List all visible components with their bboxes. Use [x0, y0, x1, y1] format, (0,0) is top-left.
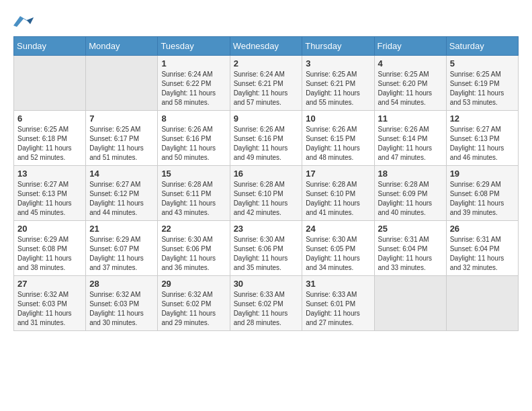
day-info: Sunrise: 6:33 AMSunset: 6:02 PMDaylight:…	[234, 290, 299, 328]
day-info: Sunrise: 6:24 AMSunset: 6:22 PMDaylight:…	[161, 70, 226, 107]
day-info: Sunrise: 6:25 AMSunset: 6:19 PMDaylight:…	[450, 70, 515, 107]
calendar-cell: 3Sunrise: 6:25 AMSunset: 6:21 PMDaylight…	[302, 56, 374, 111]
calendar-cell: 1Sunrise: 6:24 AMSunset: 6:22 PMDaylight…	[158, 56, 230, 111]
day-info: Sunrise: 6:28 AMSunset: 6:09 PMDaylight:…	[378, 180, 443, 218]
day-info: Sunrise: 6:28 AMSunset: 6:10 PMDaylight:…	[306, 180, 370, 218]
day-number: 14	[89, 169, 154, 179]
day-info: Sunrise: 6:26 AMSunset: 6:14 PMDaylight:…	[378, 125, 443, 163]
day-number: 5	[450, 58, 515, 68]
day-info: Sunrise: 6:28 AMSunset: 6:11 PMDaylight:…	[161, 180, 226, 218]
day-number: 9	[234, 113, 299, 124]
calendar-cell: 24Sunrise: 6:30 AMSunset: 6:05 PMDayligh…	[302, 221, 374, 276]
day-number: 3	[306, 58, 370, 68]
day-info: Sunrise: 6:28 AMSunset: 6:10 PMDaylight:…	[234, 180, 299, 218]
week-row-0: 1Sunrise: 6:24 AMSunset: 6:22 PMDaylight…	[14, 56, 519, 111]
day-info: Sunrise: 6:25 AMSunset: 6:21 PMDaylight:…	[306, 70, 370, 107]
logo-bird-icon	[13, 13, 34, 30]
week-row-1: 6Sunrise: 6:25 AMSunset: 6:18 PMDaylight…	[14, 111, 519, 166]
header-saturday: Saturday	[446, 37, 518, 56]
day-number: 1	[161, 58, 226, 68]
calendar-cell: 19Sunrise: 6:29 AMSunset: 6:08 PMDayligh…	[446, 166, 518, 221]
day-info: Sunrise: 6:33 AMSunset: 6:01 PMDaylight:…	[306, 290, 370, 328]
calendar-cell: 11Sunrise: 6:26 AMSunset: 6:14 PMDayligh…	[374, 111, 446, 166]
calendar-cell: 16Sunrise: 6:28 AMSunset: 6:10 PMDayligh…	[230, 166, 302, 221]
calendar-cell	[374, 276, 446, 331]
day-info: Sunrise: 6:30 AMSunset: 6:05 PMDaylight:…	[306, 235, 370, 273]
calendar-cell: 5Sunrise: 6:25 AMSunset: 6:19 PMDaylight…	[446, 56, 518, 111]
day-info: Sunrise: 6:24 AMSunset: 6:21 PMDaylight:…	[234, 70, 299, 107]
week-row-4: 27Sunrise: 6:32 AMSunset: 6:03 PMDayligh…	[14, 276, 519, 331]
calendar-cell: 28Sunrise: 6:32 AMSunset: 6:03 PMDayligh…	[86, 276, 158, 331]
header-row: SundayMondayTuesdayWednesdayThursdayFrid…	[14, 37, 519, 56]
day-info: Sunrise: 6:27 AMSunset: 6:13 PMDaylight:…	[450, 125, 515, 163]
calendar-cell: 18Sunrise: 6:28 AMSunset: 6:09 PMDayligh…	[374, 166, 446, 221]
calendar-cell: 31Sunrise: 6:33 AMSunset: 6:01 PMDayligh…	[302, 276, 374, 331]
week-row-2: 13Sunrise: 6:27 AMSunset: 6:13 PMDayligh…	[14, 166, 519, 221]
header-friday: Friday	[374, 37, 446, 56]
calendar-cell: 14Sunrise: 6:27 AMSunset: 6:12 PMDayligh…	[86, 166, 158, 221]
day-number: 22	[161, 224, 226, 234]
day-number: 18	[378, 169, 443, 179]
day-number: 27	[17, 279, 82, 289]
day-info: Sunrise: 6:32 AMSunset: 6:03 PMDaylight:…	[89, 290, 154, 328]
calendar-table: SundayMondayTuesdayWednesdayThursdayFrid…	[13, 36, 519, 331]
day-info: Sunrise: 6:30 AMSunset: 6:06 PMDaylight:…	[234, 235, 299, 273]
day-number: 24	[306, 224, 370, 234]
day-info: Sunrise: 6:31 AMSunset: 6:04 PMDaylight:…	[378, 235, 443, 273]
day-number: 30	[234, 279, 299, 289]
day-info: Sunrise: 6:30 AMSunset: 6:06 PMDaylight:…	[161, 235, 226, 273]
calendar-cell: 22Sunrise: 6:30 AMSunset: 6:06 PMDayligh…	[158, 221, 230, 276]
calendar-cell: 13Sunrise: 6:27 AMSunset: 6:13 PMDayligh…	[14, 166, 86, 221]
day-number: 26	[450, 224, 515, 234]
day-number: 12	[450, 113, 515, 124]
page-header	[13, 13, 519, 30]
day-info: Sunrise: 6:25 AMSunset: 6:20 PMDaylight:…	[378, 70, 443, 107]
calendar-cell	[14, 56, 86, 111]
day-info: Sunrise: 6:25 AMSunset: 6:18 PMDaylight:…	[17, 125, 82, 163]
calendar-cell	[86, 56, 158, 111]
day-info: Sunrise: 6:31 AMSunset: 6:04 PMDaylight:…	[450, 235, 515, 273]
day-info: Sunrise: 6:29 AMSunset: 6:08 PMDaylight:…	[17, 235, 82, 273]
calendar-cell: 8Sunrise: 6:26 AMSunset: 6:16 PMDaylight…	[158, 111, 230, 166]
header-tuesday: Tuesday	[158, 37, 230, 56]
logo	[13, 13, 36, 30]
calendar-cell: 27Sunrise: 6:32 AMSunset: 6:03 PMDayligh…	[14, 276, 86, 331]
day-number: 20	[17, 224, 82, 234]
day-number: 13	[17, 169, 82, 179]
day-info: Sunrise: 6:32 AMSunset: 6:02 PMDaylight:…	[161, 290, 226, 328]
day-info: Sunrise: 6:26 AMSunset: 6:16 PMDaylight:…	[161, 125, 226, 163]
header-monday: Monday	[86, 37, 158, 56]
calendar-cell: 26Sunrise: 6:31 AMSunset: 6:04 PMDayligh…	[446, 221, 518, 276]
calendar-header: SundayMondayTuesdayWednesdayThursdayFrid…	[14, 37, 519, 56]
day-number: 28	[89, 279, 154, 289]
day-number: 6	[17, 113, 82, 124]
calendar-cell: 6Sunrise: 6:25 AMSunset: 6:18 PMDaylight…	[14, 111, 86, 166]
day-number: 25	[378, 224, 443, 234]
calendar-cell: 4Sunrise: 6:25 AMSunset: 6:20 PMDaylight…	[374, 56, 446, 111]
day-number: 11	[378, 113, 443, 124]
day-number: 15	[161, 169, 226, 179]
calendar-cell: 23Sunrise: 6:30 AMSunset: 6:06 PMDayligh…	[230, 221, 302, 276]
header-wednesday: Wednesday	[230, 37, 302, 56]
calendar-cell: 29Sunrise: 6:32 AMSunset: 6:02 PMDayligh…	[158, 276, 230, 331]
day-number: 17	[306, 169, 370, 179]
day-number: 21	[89, 224, 154, 234]
week-row-3: 20Sunrise: 6:29 AMSunset: 6:08 PMDayligh…	[14, 221, 519, 276]
day-info: Sunrise: 6:27 AMSunset: 6:12 PMDaylight:…	[89, 180, 154, 218]
day-number: 7	[89, 113, 154, 124]
day-number: 10	[306, 113, 370, 124]
day-info: Sunrise: 6:25 AMSunset: 6:17 PMDaylight:…	[89, 125, 154, 163]
calendar-cell	[446, 276, 518, 331]
day-number: 29	[161, 279, 226, 289]
calendar-cell: 21Sunrise: 6:29 AMSunset: 6:07 PMDayligh…	[86, 221, 158, 276]
day-number: 8	[161, 113, 226, 124]
calendar-cell: 17Sunrise: 6:28 AMSunset: 6:10 PMDayligh…	[302, 166, 374, 221]
day-number: 16	[234, 169, 299, 179]
day-info: Sunrise: 6:26 AMSunset: 6:15 PMDaylight:…	[306, 125, 370, 163]
day-info: Sunrise: 6:27 AMSunset: 6:13 PMDaylight:…	[17, 180, 82, 218]
calendar-cell: 9Sunrise: 6:26 AMSunset: 6:16 PMDaylight…	[230, 111, 302, 166]
svg-marker-1	[27, 17, 34, 24]
day-number: 4	[378, 58, 443, 68]
calendar-cell: 25Sunrise: 6:31 AMSunset: 6:04 PMDayligh…	[374, 221, 446, 276]
calendar-cell: 7Sunrise: 6:25 AMSunset: 6:17 PMDaylight…	[86, 111, 158, 166]
